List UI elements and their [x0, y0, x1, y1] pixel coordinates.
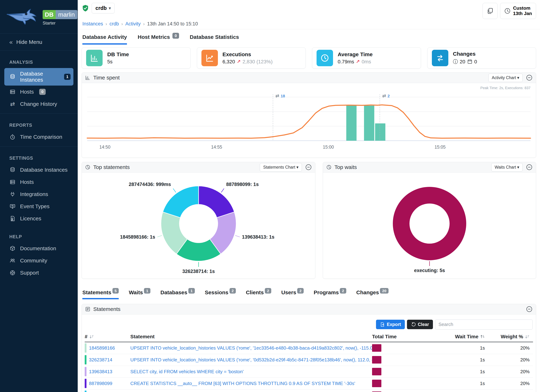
tab-host-metrics[interactable]: Host Metrics 0: [138, 34, 179, 45]
tab-label: Database Activity: [82, 34, 127, 40]
clock-icon: [317, 50, 333, 66]
column-statement[interactable]: Statement: [130, 334, 372, 340]
tab-statements[interactable]: Statements5: [82, 289, 119, 299]
tab-badge: 20: [380, 288, 388, 293]
waits-donut-body: executing: 5s: [323, 173, 536, 278]
statement-sql-link[interactable]: SELECT city, id FROM vehicles WHERE city…: [130, 369, 372, 374]
top-statements-panel: Top statements Statements Chart ▾ 887898…: [82, 162, 315, 279]
statement-sql-link[interactable]: UPSERT INTO vehicle_location_histories V…: [130, 357, 372, 363]
table-row: 326238714 UPSERT INTO vehicle_location_h…: [85, 354, 533, 366]
sidebar-item-label: Hosts: [20, 179, 34, 185]
column-weight[interactable]: Weight %: [485, 334, 530, 340]
breadcrumb-link-instances[interactable]: Instances: [82, 21, 103, 26]
tab-database-activity[interactable]: Database Activity: [82, 34, 127, 45]
weight-value: 20%: [485, 345, 530, 351]
sidebar-item-integrations[interactable]: Integrations: [4, 188, 73, 200]
copy-link-button[interactable]: [483, 3, 498, 19]
sidebar-item-settings-hosts[interactable]: Hosts: [4, 176, 73, 188]
statement-id-link[interactable]: 887898099: [89, 381, 112, 386]
sidebar-item-change-history[interactable]: ⇄ Change History: [4, 98, 73, 110]
community-people-icon: [9, 257, 16, 264]
statement-sql-link[interactable]: UPSERT INTO vehicle_location_histories V…: [130, 345, 372, 351]
activity-chart-body: Peak Time: 2s, Executions: 837 ⇄18⇄214:5…: [82, 83, 536, 156]
metric-card-db-time: DB Time 5s: [82, 47, 190, 69]
sidebar-section-reports: REPORTS Time Comparison: [0, 115, 78, 145]
breadcrumb-link-activity[interactable]: Activity: [125, 21, 141, 26]
sidebar-item-licences[interactable]: Licences: [4, 213, 73, 224]
sidebar-item-label: Support: [20, 270, 39, 276]
hide-menu-button[interactable]: « Hide Menu: [0, 35, 78, 49]
stopwatch-icon: [9, 134, 16, 140]
statement-color-bar: [85, 343, 86, 353]
panel-title: Statements: [93, 306, 120, 312]
time-range-button[interactable]: Custom 13th Jan: [500, 3, 536, 19]
tab-sessions[interactable]: Sessions2: [205, 289, 236, 299]
chart-selector-label: Statements Chart: [263, 165, 295, 169]
sidebar-item-hosts[interactable]: Hosts 0: [4, 86, 73, 98]
svg-text:⇄18: ⇄18: [275, 93, 285, 98]
waits-donut-chart[interactable]: executing: 5s: [326, 173, 533, 278]
statement-sql-link[interactable]: CREATE STATISTICS __auto__ FROM [63] WIT…: [130, 381, 372, 386]
clear-button[interactable]: Clear: [407, 320, 433, 329]
detail-tabs: Statements5 Waits1 Databases1 Sessions2 …: [78, 279, 540, 299]
tab-badge: 5: [112, 288, 119, 293]
tab-waits[interactable]: Waits1: [129, 289, 150, 299]
main-content: crdb ▾ Custom 13th Jan: [78, 0, 540, 392]
statement-id-link[interactable]: 326238714: [89, 357, 112, 363]
metric-value: 5s: [107, 59, 113, 65]
export-button[interactable]: Export: [376, 320, 405, 329]
sidebar-item-label: Time Comparison: [20, 134, 62, 140]
wait-time-value: 1s: [415, 381, 485, 386]
bar-chart-icon: [86, 50, 103, 66]
tab-users[interactable]: Users2: [281, 289, 304, 299]
calendar-icon: [467, 59, 472, 65]
column-id[interactable]: #: [85, 334, 130, 340]
breadcrumb-link-crdb[interactable]: crdb: [110, 21, 119, 26]
activity-chart[interactable]: ⇄18⇄214:5014:5515:0015:05: [86, 85, 532, 156]
tab-databases[interactable]: Databases1: [160, 289, 195, 299]
tab-programs[interactable]: Programs2: [314, 289, 346, 299]
instance-selector-button[interactable]: crdb ▾: [92, 3, 115, 13]
statement-id-link[interactable]: 139638413: [89, 369, 112, 374]
column-total-time[interactable]: Total Time: [372, 334, 415, 340]
sidebar-item-label: Database Instances: [20, 167, 68, 173]
changes-event-count: 20: [460, 59, 465, 65]
sidebar-item-label: Integrations: [20, 191, 48, 197]
statements-donut-chart[interactable]: 887898099: 1s139638413: 1s326238714: 1s1…: [86, 173, 311, 278]
line-chart-icon: [201, 50, 218, 66]
section-title: ANALYSIS: [4, 57, 73, 68]
collapse-panel-icon[interactable]: [526, 164, 533, 171]
statement-color-bar: [85, 391, 86, 392]
collapse-panel-icon[interactable]: [526, 306, 533, 313]
sidebar-item-support[interactable]: Support: [4, 267, 73, 279]
tab-changes[interactable]: Changes20: [356, 289, 389, 299]
column-wait-time[interactable]: Wait Time: [415, 334, 485, 340]
changes-calendar-count: 0: [474, 59, 477, 65]
sidebar-item-database-instances[interactable]: Database Instances 1: [4, 68, 73, 85]
instance-name: crdb: [95, 5, 107, 11]
sidebar-item-time-comparison[interactable]: Time Comparison: [4, 131, 73, 143]
weight-value: 20%: [485, 369, 530, 374]
licence-document-icon: [9, 215, 16, 222]
tab-badge: 2: [340, 288, 346, 293]
trend-up-icon: ↗: [237, 59, 241, 65]
sidebar-item-community[interactable]: Community: [4, 255, 73, 267]
panel-title: Top statements: [93, 164, 130, 170]
search-input[interactable]: [435, 319, 533, 330]
table-row: 139638413 SELECT city, id FROM vehicles …: [85, 366, 533, 378]
tab-clients[interactable]: Clients2: [246, 289, 271, 299]
statement-id-link[interactable]: 1845898166: [89, 345, 115, 351]
clear-label: Clear: [418, 322, 429, 327]
sidebar-item-settings-database-instances[interactable]: Database Instances: [4, 164, 73, 176]
chart-selector-label: Activity Chart: [492, 75, 516, 80]
sidebar-item-documentation[interactable]: Documentation: [4, 243, 73, 254]
statements-chart-selector[interactable]: Statements Chart ▾: [260, 163, 302, 171]
waits-chart-selector[interactable]: Waits Chart ▾: [491, 163, 523, 171]
collapse-panel-icon[interactable]: [526, 74, 533, 81]
tab-database-statistics[interactable]: Database Statistics: [190, 34, 239, 45]
activity-chart-selector[interactable]: Activity Chart ▾: [488, 74, 523, 82]
sidebar-item-event-types[interactable]: Event Types: [4, 200, 73, 212]
collapse-panel-icon[interactable]: [305, 164, 312, 171]
table-header-row: # Statement Total Time Wait Time Weight …: [85, 334, 533, 342]
statement-color-bar: [85, 367, 86, 376]
